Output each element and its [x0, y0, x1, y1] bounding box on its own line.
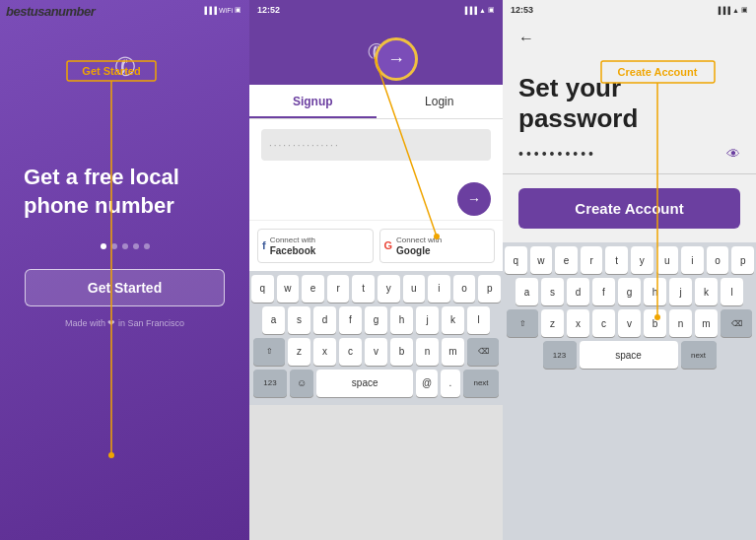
key-s[interactable]: s — [288, 306, 310, 334]
key-shift2[interactable]: ⇧ — [507, 309, 538, 337]
key-k2[interactable]: k — [695, 278, 718, 305]
key-w[interactable]: w — [277, 275, 300, 303]
key-p2[interactable]: p — [731, 246, 754, 274]
key-shift[interactable]: ⇧ — [253, 338, 285, 366]
create-account-button[interactable]: Create Account — [518, 188, 740, 229]
key-p[interactable]: p — [478, 275, 501, 303]
key-g[interactable]: g — [365, 306, 387, 334]
google-icon: G — [384, 239, 393, 251]
key-g2[interactable]: g — [618, 278, 641, 305]
key-q2[interactable]: q — [505, 246, 527, 274]
facebook-login-button[interactable]: f Connect with Facebook — [257, 229, 374, 263]
key-v[interactable]: v — [365, 338, 387, 366]
key-x2[interactable]: x — [567, 309, 589, 337]
key-u[interactable]: u — [403, 275, 426, 303]
key-e2[interactable]: e — [555, 246, 578, 274]
key-r[interactable]: r — [327, 275, 350, 303]
key-next2[interactable]: next — [681, 341, 717, 369]
facebook-name: Facebook — [270, 245, 316, 256]
key-c[interactable]: c — [339, 338, 362, 366]
key-a2[interactable]: a — [515, 278, 538, 305]
key-space2[interactable]: space — [580, 341, 678, 369]
key-123[interactable]: 123 — [253, 370, 287, 397]
back-arrow-button[interactable]: ← — [518, 30, 534, 47]
key-t[interactable]: t — [352, 275, 375, 303]
key-o[interactable]: o — [453, 275, 476, 303]
key-x[interactable]: x — [313, 338, 336, 366]
key-row-2b: a s d f g h j k l — [505, 278, 754, 305]
key-t2[interactable]: t — [605, 246, 628, 274]
battery-icon: ▣ — [235, 6, 241, 14]
screen3: 12:53 ▐▐▐ ▲ ▣ ← Set your password ••••••… — [503, 0, 756, 540]
tab-login[interactable]: Login — [377, 85, 504, 118]
eye-icon[interactable]: 👁 — [726, 146, 740, 162]
dot-3 — [122, 243, 128, 249]
key-period[interactable]: . — [441, 370, 460, 397]
signal-icon-3: ▐▐▐ — [716, 7, 730, 14]
key-c2[interactable]: c — [592, 309, 615, 337]
auth-tabs: Signup Login — [249, 85, 503, 119]
key-next[interactable]: next — [463, 370, 499, 397]
key-h2[interactable]: h — [644, 278, 666, 305]
key-delete[interactable]: ⌫ — [467, 338, 499, 366]
key-l2[interactable]: l — [721, 278, 743, 305]
email-input[interactable]: ··············· — [261, 129, 491, 161]
key-space[interactable]: space — [316, 370, 413, 397]
key-b[interactable]: b — [390, 338, 413, 366]
key-h[interactable]: h — [390, 306, 413, 334]
key-w2[interactable]: w — [530, 246, 553, 274]
key-j2[interactable]: j — [669, 278, 692, 305]
key-f[interactable]: f — [339, 306, 362, 334]
key-v2[interactable]: v — [618, 309, 641, 337]
key-y2[interactable]: y — [631, 246, 653, 274]
key-at[interactable]: @ — [416, 370, 438, 397]
key-z2[interactable]: z — [541, 309, 564, 337]
status-icons-3: ▐▐▐ ▲ ▣ — [716, 6, 748, 14]
key-u2[interactable]: u — [656, 246, 679, 274]
facebook-label: Connect with Facebook — [270, 236, 316, 256]
key-delete2[interactable]: ⌫ — [721, 309, 752, 337]
key-d[interactable]: d — [313, 306, 336, 334]
password-input[interactable]: •••••••••• — [518, 146, 719, 162]
key-e[interactable]: e — [302, 275, 324, 303]
key-m[interactable]: m — [442, 338, 464, 366]
key-y[interactable]: y — [378, 275, 400, 303]
key-n2[interactable]: n — [669, 309, 692, 337]
key-row-3: ⇧ z x c v b n m ⌫ — [251, 338, 501, 366]
key-row-1b: q w e r t y u i o p — [505, 246, 754, 274]
key-d2[interactable]: d — [567, 278, 589, 305]
facebook-icon: f — [262, 239, 266, 251]
input-area: ··············· — [249, 119, 503, 178]
key-123b[interactable]: 123 — [543, 341, 577, 369]
key-n[interactable]: n — [416, 338, 439, 366]
key-q[interactable]: q — [251, 275, 274, 303]
key-i[interactable]: i — [428, 275, 450, 303]
logo-icon-1: ✆ — [109, 49, 140, 86]
get-started-button[interactable]: Get Started — [25, 269, 224, 306]
connect-with-fb-text: Connect with — [270, 236, 316, 245]
key-k[interactable]: k — [442, 306, 464, 334]
key-o2[interactable]: o — [707, 246, 729, 274]
key-emoji[interactable]: ☺ — [290, 370, 313, 397]
key-j[interactable]: j — [416, 306, 439, 334]
screen2-content: Signup Login ··············· → f Connect… — [249, 85, 503, 405]
tab-signup[interactable]: Signup — [249, 85, 377, 118]
key-row-bottom: 123 ☺ space @ . next — [251, 370, 501, 397]
wifi-icon-3: ▲ — [732, 7, 739, 14]
key-m2[interactable]: m — [695, 309, 718, 337]
key-r2[interactable]: r — [581, 246, 603, 274]
next-button[interactable]: → — [457, 182, 491, 216]
key-s2[interactable]: s — [541, 278, 564, 305]
key-b2[interactable]: b — [644, 309, 666, 337]
screens-container: ▐▐▐ WiFi ▣ ✆ Get a free local phone numb… — [0, 0, 756, 540]
key-f2[interactable]: f — [592, 278, 615, 305]
key-l[interactable]: l — [467, 306, 490, 334]
key-z[interactable]: z — [288, 338, 310, 366]
key-a[interactable]: a — [262, 306, 285, 334]
google-login-button[interactable]: G Connect with Google — [379, 229, 496, 263]
key-row-1: q w e r t y u i o p — [251, 275, 501, 303]
google-name: Google — [396, 245, 442, 256]
wifi-icon: WiFi — [219, 7, 233, 14]
key-i2[interactable]: i — [681, 246, 704, 274]
forward-arrow-button[interactable]: → — [375, 37, 418, 81]
